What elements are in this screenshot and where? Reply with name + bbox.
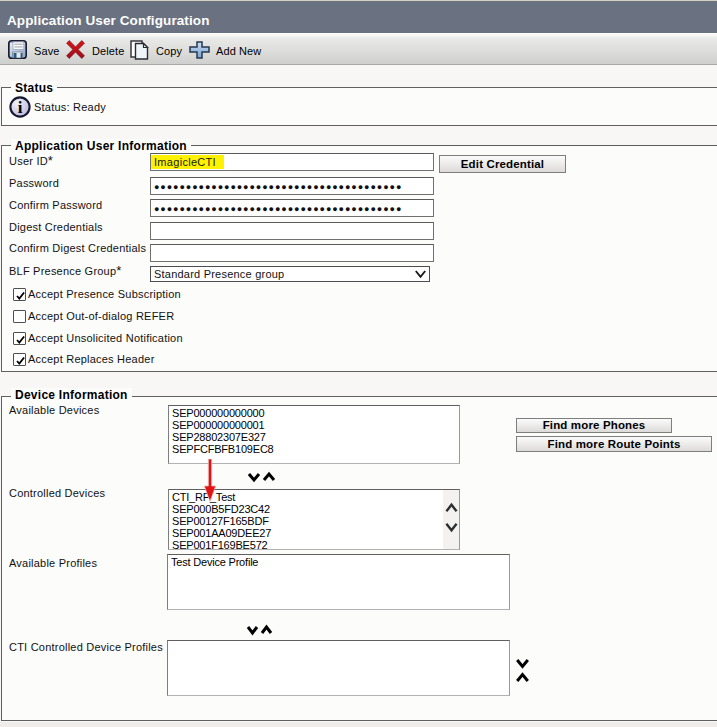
- svg-text:i: i: [18, 98, 23, 117]
